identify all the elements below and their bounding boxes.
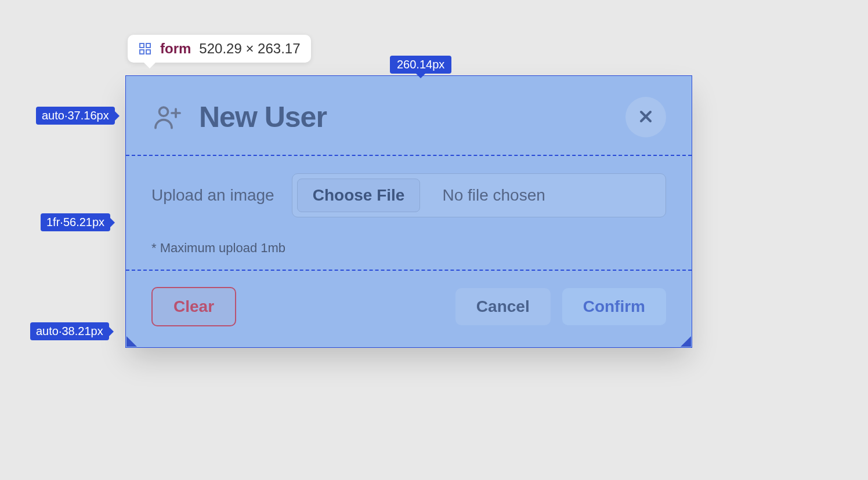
tooltip-tag: form	[160, 41, 191, 57]
grid-corner-icon	[681, 336, 691, 347]
clear-button[interactable]: Clear	[151, 287, 236, 326]
confirm-button[interactable]: Confirm	[562, 288, 666, 325]
grid-icon	[138, 42, 152, 56]
grid-row-label-1: auto·37.16px	[36, 107, 115, 125]
close-button[interactable]	[625, 97, 666, 137]
form-header-left: New User	[151, 100, 327, 134]
form-footer: Clear Cancel Confirm	[151, 271, 666, 326]
svg-rect-3	[146, 50, 150, 54]
new-user-form: New User Upload an image Choose File No …	[125, 75, 692, 348]
svg-rect-1	[146, 43, 150, 48]
choose-file-button[interactable]: Choose File	[297, 179, 421, 212]
close-icon	[636, 107, 655, 128]
footer-right: Cancel Confirm	[455, 288, 666, 325]
file-status: No file chosen	[425, 186, 666, 205]
form-title: New User	[199, 100, 327, 134]
upload-row: Upload an image Choose File No file chos…	[151, 173, 666, 217]
cancel-button[interactable]: Cancel	[455, 288, 551, 325]
form-body: Upload an image Choose File No file chos…	[151, 156, 666, 270]
grid-row-label-2: 1fr·56.21px	[41, 213, 110, 231]
upload-label: Upload an image	[151, 186, 274, 205]
grid-row-label-3: auto·38.21px	[30, 322, 109, 340]
svg-point-4	[160, 107, 168, 116]
form-header: New User	[151, 97, 666, 155]
grid-corner-icon	[126, 336, 137, 347]
grid-width-label: 260.14px	[390, 56, 451, 74]
upload-hint: * Maximum upload 1mb	[151, 241, 666, 256]
devtools-tooltip: form 520.29 × 263.17	[128, 35, 311, 63]
user-plus-icon	[151, 101, 184, 133]
tooltip-dimensions: 520.29 × 263.17	[199, 41, 300, 57]
svg-rect-2	[140, 50, 144, 54]
file-input[interactable]: Choose File No file chosen	[292, 173, 666, 217]
svg-rect-0	[140, 43, 144, 48]
